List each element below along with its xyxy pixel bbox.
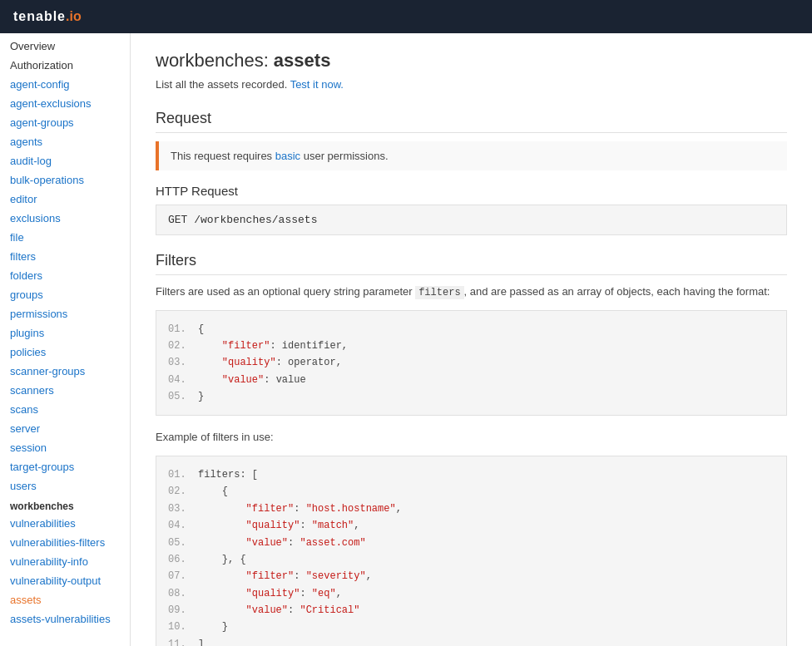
code-line: 05. "value": "asset.com" [168, 535, 775, 551]
test-link[interactable]: Test it now. [290, 78, 344, 91]
breadcrumb-prefix: workbenches: [156, 50, 274, 71]
sidebar-item-filters[interactable]: filters [0, 247, 130, 266]
sidebar-item-permissions[interactable]: permissions [0, 304, 130, 323]
sidebar-section-workbenches: workbenches [0, 496, 130, 514]
code-line: 01.filters: [ [168, 466, 775, 483]
content-area: workbenches: assets List all the assets … [131, 33, 812, 646]
page-title: workbenches: assets [156, 50, 787, 72]
filters-heading: Filters [156, 252, 787, 275]
code-line: 06. }, { [168, 551, 775, 568]
sidebar-item-overview[interactable]: Overview [0, 37, 130, 56]
filter-code-block: 01.{ 02. "filter": identifier, 03. "qual… [156, 310, 787, 417]
main-layout: Overview Authorization agent-config agen… [0, 33, 812, 646]
http-box: GET /workbenches/assets [156, 205, 787, 235]
code-line: 11.] [168, 636, 775, 646]
filters-description: Filters are used as an optional query st… [156, 284, 787, 300]
code-line: 08. "quality": "eq", [168, 585, 775, 602]
sidebar-item-session[interactable]: session [0, 438, 130, 457]
code-line: 02. "filter": identifier, [168, 338, 775, 354]
example-code-block: 01.filters: [ 02. { 03. "filter": "host.… [156, 456, 787, 646]
sidebar-item-bulk-operations[interactable]: bulk-operations [0, 170, 130, 190]
sidebar-item-policies[interactable]: policies [0, 343, 130, 362]
code-line: 07. "filter": "severity", [168, 568, 775, 584]
subtitle-text: List all the assets recorded. Test it no… [156, 76, 787, 93]
http-method: GET /workbenches/assets [168, 214, 317, 226]
example-label: Example of filters in use: [156, 429, 787, 446]
sidebar-item-agent-config[interactable]: agent-config [0, 75, 130, 94]
sidebar-item-folders[interactable]: folders [0, 266, 130, 285]
request-heading: Request [156, 110, 787, 133]
header: tenable.io [0, 0, 812, 33]
sidebar-item-audit-log[interactable]: audit-log [0, 151, 130, 170]
sidebar-item-agent-exclusions[interactable]: agent-exclusions [0, 94, 130, 113]
logo-tenable: tenable [13, 9, 66, 24]
sidebar-item-file[interactable]: file [0, 228, 130, 247]
logo-io-text: io [69, 9, 81, 24]
sidebar-item-target-groups[interactable]: target-groups [0, 457, 130, 476]
sidebar-item-agent-groups[interactable]: agent-groups [0, 113, 130, 132]
sidebar-item-plugins[interactable]: plugins [0, 323, 130, 343]
sidebar-item-scanner-groups[interactable]: scanner-groups [0, 362, 130, 381]
page-title-bold: assets [274, 50, 331, 71]
alert-link[interactable]: basic [275, 150, 300, 162]
code-line: 04. "value": value [168, 372, 775, 388]
subtitle: List all the assets recorded. [156, 78, 287, 91]
sidebar-item-vulnerabilities-filters[interactable]: vulnerabilities-filters [0, 533, 130, 552]
code-line: 03. "quality": operator, [168, 354, 775, 371]
logo: tenable.io [13, 9, 82, 24]
sidebar-item-assets-vulnerabilities[interactable]: assets-vulnerabilities [0, 609, 130, 629]
alert-box: This request requires basic user permiss… [156, 141, 787, 170]
sidebar-item-vulnerability-info[interactable]: vulnerability-info [0, 552, 130, 571]
sidebar-item-groups[interactable]: groups [0, 285, 130, 304]
sidebar-item-scans[interactable]: scans [0, 400, 130, 419]
sidebar-item-vulnerability-output[interactable]: vulnerability-output [0, 571, 130, 590]
sidebar: Overview Authorization agent-config agen… [0, 33, 131, 646]
filters-param: filters [415, 286, 463, 299]
alert-text2: user permissions. [300, 150, 388, 162]
filters-desc2: , and are passed as an array of objects,… [464, 285, 770, 298]
sidebar-item-vulnerabilities[interactable]: vulnerabilities [0, 514, 130, 533]
code-line: 05.} [168, 388, 775, 405]
sidebar-item-authorization[interactable]: Authorization [0, 56, 130, 75]
code-line: 02. { [168, 483, 775, 500]
sidebar-item-editor[interactable]: editor [0, 190, 130, 209]
sidebar-item-exclusions[interactable]: exclusions [0, 209, 130, 228]
sidebar-item-users[interactable]: users [0, 476, 130, 496]
code-line: 04. "quality": "match", [168, 517, 775, 534]
sidebar-item-server[interactable]: server [0, 419, 130, 438]
code-line: 09. "value": "Critical" [168, 602, 775, 619]
sidebar-item-agents[interactable]: agents [0, 132, 130, 151]
code-line: 01.{ [168, 321, 775, 338]
code-line: 03. "filter": "host.hostname", [168, 501, 775, 517]
code-line: 10. } [168, 619, 775, 635]
http-heading: HTTP Request [156, 184, 787, 198]
sidebar-item-assets[interactable]: assets [0, 590, 130, 609]
alert-text: This request requires [171, 150, 275, 162]
filters-desc: Filters are used as an optional query st… [156, 285, 415, 298]
sidebar-item-scanners[interactable]: scanners [0, 381, 130, 400]
